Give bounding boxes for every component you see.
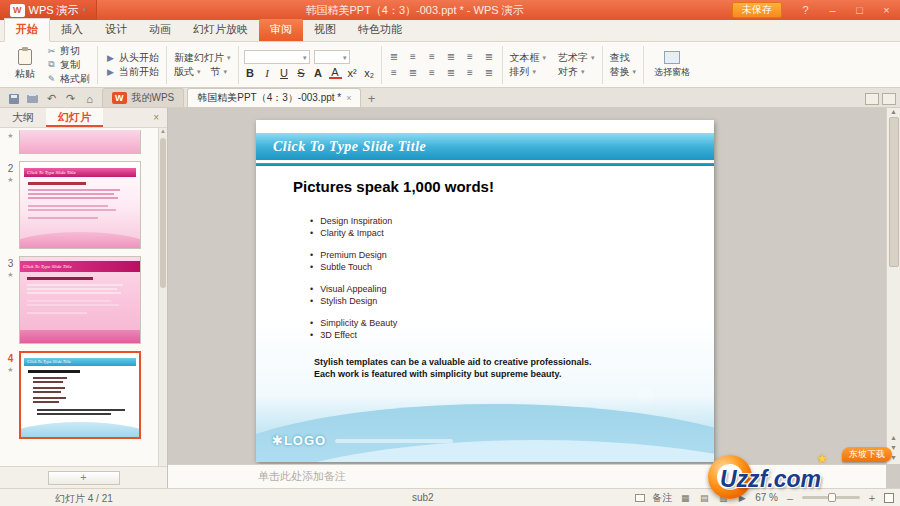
slide-heading[interactable]: Pictures speak 1,000 words! xyxy=(293,178,494,195)
fit-to-window-icon[interactable] xyxy=(884,493,894,503)
numbered-list-icon[interactable]: ≡ xyxy=(406,51,421,62)
text-direction-icon[interactable]: ≣ xyxy=(444,67,459,78)
subscript-button[interactable]: x₂ xyxy=(363,67,376,79)
redo-button[interactable]: ↷ xyxy=(61,90,80,107)
cut-button[interactable]: ✂剪切 xyxy=(44,44,92,57)
justify-icon[interactable]: ≣ xyxy=(482,51,497,62)
reading-view-icon[interactable]: ▥ xyxy=(717,493,729,503)
unsaved-status-button[interactable]: 未保存 xyxy=(732,2,782,18)
scroll-up-icon[interactable]: ▲ xyxy=(890,108,897,115)
find-button[interactable]: 查找 xyxy=(608,51,639,64)
tab-my-wps[interactable]: W 我的WPS xyxy=(102,88,184,107)
section-button[interactable]: 节▾ xyxy=(209,65,230,78)
format-painter-button[interactable]: ✎格式刷 xyxy=(44,72,92,85)
tab-slideshow[interactable]: 幻灯片放映 xyxy=(182,19,259,41)
tab-slides[interactable]: 幻灯片 xyxy=(46,108,103,127)
slide-thumbnail-3[interactable]: Click To Type Slide Title xyxy=(19,256,141,344)
bold-button[interactable]: B xyxy=(244,67,257,79)
vertical-scrollbar[interactable]: ▲ ▲ ▼ ▼ xyxy=(886,108,900,464)
panel-scrollbar[interactable]: ▲ xyxy=(158,128,167,466)
slide-sorter-view-icon[interactable]: ▤ xyxy=(698,493,710,503)
tab-special-features[interactable]: 特色功能 xyxy=(347,19,413,41)
undo-button[interactable]: ↶ xyxy=(42,90,61,107)
strikethrough-button[interactable]: S xyxy=(295,67,308,79)
scroll-down-icon[interactable]: ▼ xyxy=(890,454,897,461)
clipboard-icon xyxy=(18,49,32,65)
previous-slide-icon[interactable]: ▲ xyxy=(890,434,897,441)
ribbon-separator xyxy=(166,46,167,84)
save-button[interactable] xyxy=(4,90,23,107)
slide-body-text[interactable]: Design Inspiration Clarity & Impact Prem… xyxy=(310,216,397,352)
slide-footer-text[interactable]: Stylish templates can be a valuable aid … xyxy=(314,356,592,380)
panel-scrollbar-thumb[interactable] xyxy=(160,138,166,288)
bullet-list-icon[interactable]: ≣ xyxy=(387,51,402,62)
align-center-icon[interactable]: ≣ xyxy=(444,51,459,62)
underline-button[interactable]: U xyxy=(278,67,291,79)
align-left-icon[interactable]: ≡ xyxy=(425,51,440,62)
zoom-slider[interactable] xyxy=(802,496,860,499)
new-slide-button[interactable]: 新建幻灯片▾ xyxy=(172,51,233,64)
paste-button[interactable]: 粘贴 xyxy=(6,44,44,86)
tab-outline[interactable]: 大纲 xyxy=(0,108,46,127)
columns-icon[interactable]: ≡ xyxy=(463,67,478,78)
tab-review[interactable]: 审阅 xyxy=(259,19,303,41)
scroll-up-icon[interactable]: ▲ xyxy=(160,128,166,134)
tab-view[interactable]: 视图 xyxy=(303,19,347,41)
italic-button[interactable]: I xyxy=(261,67,274,79)
tab-animation[interactable]: 动画 xyxy=(138,19,182,41)
notes-toggle-label[interactable]: 备注 xyxy=(652,491,672,505)
increase-font-button[interactable]: A xyxy=(312,67,325,79)
minimize-button[interactable]: – xyxy=(819,0,846,20)
slide-canvas[interactable]: Click To Type Slide Title Pictures speak… xyxy=(256,120,714,462)
scrollbar-thumb[interactable] xyxy=(889,117,899,267)
play-from-current-button[interactable]: ▶当前开始 xyxy=(103,65,161,78)
textbox-button[interactable]: 文本框▾ xyxy=(508,51,549,64)
switch-window-icon[interactable] xyxy=(865,93,879,105)
slide-title-bar[interactable]: Click To Type Slide Title xyxy=(256,133,714,160)
maximize-button[interactable]: □ xyxy=(846,0,873,20)
notes-panel[interactable]: 单击此处添加备注 xyxy=(168,464,886,488)
help-icon[interactable]: ? xyxy=(792,0,819,20)
arrange-windows-icon[interactable] xyxy=(882,93,896,105)
zoom-out-button[interactable]: – xyxy=(785,493,795,503)
new-tab-button[interactable]: + xyxy=(361,90,381,107)
play-from-start-button[interactable]: ▶从头开始 xyxy=(103,51,161,64)
slide-thumbnail-2[interactable]: Click To Type Slide Title xyxy=(19,161,141,249)
zoom-slider-knob[interactable] xyxy=(828,493,836,502)
layout-button[interactable]: 版式▾ xyxy=(172,65,203,78)
add-slide-button[interactable]: + xyxy=(48,471,120,485)
increase-indent-icon[interactable]: ≣ xyxy=(406,67,421,78)
selection-pane-button[interactable]: 选择窗格 xyxy=(649,51,695,79)
tab-home[interactable]: 开始 xyxy=(4,18,50,42)
align-right-icon[interactable]: ≡ xyxy=(463,51,478,62)
arrange-button[interactable]: 排列▾ xyxy=(508,65,549,78)
decrease-indent-icon[interactable]: ≡ xyxy=(387,67,402,78)
home-icon[interactable]: ⌂ xyxy=(80,90,99,107)
slide-thumbnail-4-selected[interactable]: Click To Type Slide Title xyxy=(19,351,141,439)
zoom-in-button[interactable]: + xyxy=(867,493,877,503)
align-button[interactable]: 对齐▾ xyxy=(556,65,597,78)
line-spacing-icon[interactable]: ≡ xyxy=(425,67,440,78)
print-button[interactable] xyxy=(23,90,42,107)
slide-thumbnail-1[interactable] xyxy=(19,130,141,154)
copy-button[interactable]: ⧉复制 xyxy=(44,58,92,71)
notes-toggle-icon[interactable] xyxy=(635,494,645,502)
shading-icon[interactable]: ≣ xyxy=(482,67,497,78)
superscript-button[interactable]: x² xyxy=(346,67,359,79)
next-slide-icon[interactable]: ▼ xyxy=(890,444,897,451)
font-size-combobox[interactable]: ▾ xyxy=(314,50,350,64)
font-color-button[interactable]: A xyxy=(329,67,342,79)
wps-presentation-window: W WPS 演示 ▾ 韩国精美PPT（4：3）-003.ppt * - WPS … xyxy=(0,0,900,506)
close-tab-icon[interactable]: × xyxy=(346,93,351,103)
tab-current-document[interactable]: 韩国精美PPT（4：3）-003.ppt * × xyxy=(187,88,361,107)
tab-insert[interactable]: 插入 xyxy=(50,19,94,41)
wordart-button[interactable]: 艺术字▾ xyxy=(556,51,597,64)
replace-button[interactable]: 替换▾ xyxy=(608,65,639,78)
slideshow-view-icon[interactable]: ▶ xyxy=(736,493,748,503)
normal-view-icon[interactable]: ▦ xyxy=(679,493,691,503)
close-button[interactable]: × xyxy=(873,0,900,20)
tab-design[interactable]: 设计 xyxy=(94,19,138,41)
font-name-combobox[interactable]: ▾ xyxy=(244,50,310,64)
app-menu-button[interactable]: W WPS 演示 ▾ xyxy=(0,0,97,20)
close-panel-icon[interactable]: × xyxy=(145,112,167,123)
